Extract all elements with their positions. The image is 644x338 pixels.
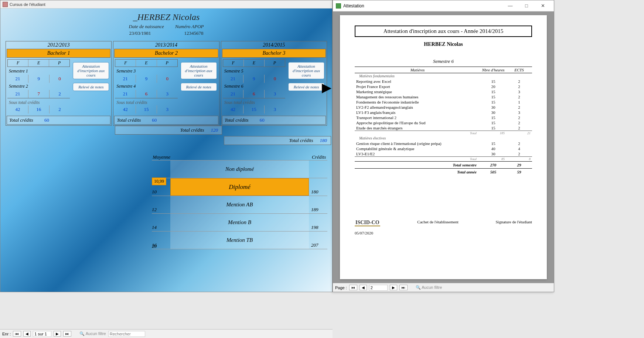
table-row: Management des ressources humaines152 <box>355 94 532 99</box>
year-label: 2014/2015 <box>221 41 327 49</box>
ladder-cell: Non diplomé <box>170 160 309 178</box>
ladder-row: 14 Mention B 198 <box>152 213 327 231</box>
table-row: Transport international 2152 <box>355 115 532 120</box>
dob-label: Date de naissance <box>129 24 164 30</box>
ladder-cell: Diplomé <box>170 178 309 196</box>
cursus-statusbar: Enr : ⏮ ◀ ▶ ⏭ 🔍 Aucun filtre <box>0 329 333 338</box>
cachet-label: Cachet de l'établissement <box>417 220 458 235</box>
sem-b-label: Semestre 4 <box>115 83 177 90</box>
cursus-title: Cursus de l'étudiant <box>10 2 45 7</box>
cat-elec: Matières électives <box>355 135 532 141</box>
attestation-statusbar: Page : ⏮ ◀ ▶ ⏭ 🔍 Aucun filtre <box>333 283 554 292</box>
releve-button[interactable]: Relevé de notes <box>288 83 324 91</box>
sem-a-label: Semestre 1 <box>7 68 70 75</box>
ladder-row: 16 Mention TB 207 <box>152 231 327 249</box>
th-matieres: Matières <box>355 67 480 73</box>
th-heures: Nbre d'heures <box>480 67 506 73</box>
cum-total-180: Total crédits 180 <box>224 136 331 145</box>
subtotal-elec: Total858 <box>355 157 532 162</box>
maximize-button[interactable]: □ <box>518 1 535 11</box>
page-input[interactable] <box>369 285 388 291</box>
table-row: Gestion risque client à l'international … <box>355 141 532 146</box>
cursus-content: _HERBEZ Nicolas Date de naissance Numéro… <box>0 9 332 292</box>
table-row: Approche géopolitique de l'Europe du Sud… <box>355 120 532 125</box>
nav-first-button[interactable]: ⏮ <box>349 285 357 290</box>
dob-value: 23/03/1981 <box>129 30 151 36</box>
attestation-viewport[interactable]: Attestation d'inscription aux cours - An… <box>333 11 554 283</box>
ladder-cell: Mention AB <box>170 196 309 213</box>
ladder-cell: Mention TB <box>170 231 309 249</box>
sem-b-label: Semestre 2 <box>7 83 70 90</box>
table-row: Projet France Export202 <box>355 84 532 89</box>
selection-arrow-icon: ▶ <box>322 80 331 95</box>
nav-last-button[interactable]: ⏭ <box>399 285 408 290</box>
releve-button[interactable]: Relevé de notes <box>73 83 109 91</box>
page-label: Page : <box>335 285 347 290</box>
total-semestre: Total semestre27029 <box>355 162 532 169</box>
nav-next-button[interactable]: ▶ <box>390 285 397 290</box>
attestation-button[interactable]: Attestation d'inscription aux cours <box>181 62 217 79</box>
attestation-button[interactable]: Attestation d'inscription aux cours <box>73 62 109 79</box>
table-row: Reporting avec Excel152 <box>355 79 532 84</box>
form-icon <box>3 2 8 7</box>
bachelor-header: Bachelor 1 <box>7 49 110 58</box>
report-icon <box>336 3 341 9</box>
year-label: 2012/2013 <box>6 41 111 49</box>
apop-value: 12345678 <box>184 30 204 36</box>
attestation-titlebar[interactable]: Attestation — □ ✕ <box>333 0 554 11</box>
diploma-ladder: 10,99 Moyenne Crédits Non diplomé 10 Dip… <box>152 154 327 249</box>
att-heading: Attestation d'inscription aux cours - An… <box>355 26 532 37</box>
year-block-1: 2013/2014 Bachelor 2 FEP Semestre 3 2190… <box>113 41 219 126</box>
apop-label: Numéro APOP <box>175 24 204 30</box>
sem-a-label: Semestre 3 <box>115 68 177 75</box>
att-table: Matières Nbre d'heures ECTS Matières fon… <box>355 67 532 175</box>
subtotal-fond: Total18521 <box>355 131 532 136</box>
table-row: LV3-E1/E2302 <box>355 151 532 157</box>
releve-button[interactable]: Relevé de notes <box>181 83 217 91</box>
year-label: 2013/2014 <box>113 41 219 49</box>
search-input[interactable] <box>108 331 145 337</box>
nav-prev-button[interactable]: ◀ <box>360 285 367 290</box>
filter-status[interactable]: 🔍 Aucun filtre <box>416 285 442 290</box>
th-ects: ECTS <box>506 67 532 73</box>
attestation-button[interactable]: Attestation d'inscription aux cours <box>288 62 324 79</box>
nav-prev-button[interactable]: ◀ <box>23 331 31 337</box>
table-row: Etude des marchés étrangers152 <box>355 125 532 131</box>
ladder-row: Non diplomé <box>152 160 327 178</box>
nav-next-button[interactable]: ▶ <box>54 331 61 337</box>
cat-fond: Matières fondamentales <box>355 73 532 79</box>
table-row: LV2-F2 allemand/espagnol/anglais302 <box>355 105 532 110</box>
table-row: LV1-F3 anglais/français303 <box>355 110 532 115</box>
att-student: HERBEZ Nicolas <box>355 41 532 47</box>
year-block-0: 2012/2013 Bachelor 1 FEP Semestre 1 2190… <box>6 41 112 126</box>
sem-b-label: Semestre 6 <box>223 83 285 90</box>
student-name: _HERBEZ Nicolas <box>0 12 332 22</box>
att-date: 05/07/2020 <box>355 231 380 235</box>
minimize-button[interactable]: — <box>502 1 518 11</box>
ladder-hdr-moyenne: Moyenne <box>152 154 174 160</box>
sem-a-label: Semestre 5 <box>223 68 285 75</box>
ladder-cell: Mention B <box>170 214 309 231</box>
nav-first-button[interactable]: ⏮ <box>13 331 21 337</box>
student-header: _HERBEZ Nicolas Date de naissance Numéro… <box>0 9 332 38</box>
cursus-titlebar: Cursus de l'étudiant <box>0 0 332 9</box>
bachelor-header: Bachelor 3 <box>222 49 326 58</box>
years-row: 2012/2013 Bachelor 1 FEP Semestre 1 2190… <box>0 41 332 126</box>
att-semester: Semestre 6 <box>355 58 532 64</box>
total-annee: Total année50559 <box>355 169 532 176</box>
bachelor-header: Bachelor 2 <box>114 49 218 58</box>
table-row: Comptabilité générale & analytique404 <box>355 146 532 151</box>
record-input[interactable] <box>33 331 51 337</box>
logo-stub: ISCID-CO <box>355 220 380 226</box>
ladder-hdr-credits: Crédits <box>309 154 327 160</box>
signature-label: Signature de l'étudiant <box>495 220 532 235</box>
filter-status[interactable]: 🔍 Aucun filtre <box>79 331 106 336</box>
cursus-window: Cursus de l'étudiant _HERBEZ Nicolas Dat… <box>0 0 333 292</box>
table-row: Fondements de l'économie industrielle151 <box>355 99 532 105</box>
moyenne-badge: 10,99 <box>152 178 166 185</box>
close-button[interactable]: ✕ <box>535 1 551 11</box>
year-block-2: 2014/2015 Bachelor 3 FEP Semestre 5 2190… <box>221 41 327 126</box>
enr-label: Enr : <box>2 332 11 336</box>
attestation-window: Attestation — □ ✕ Attestation d'inscript… <box>333 0 554 292</box>
nav-last-button[interactable]: ⏭ <box>63 331 71 337</box>
